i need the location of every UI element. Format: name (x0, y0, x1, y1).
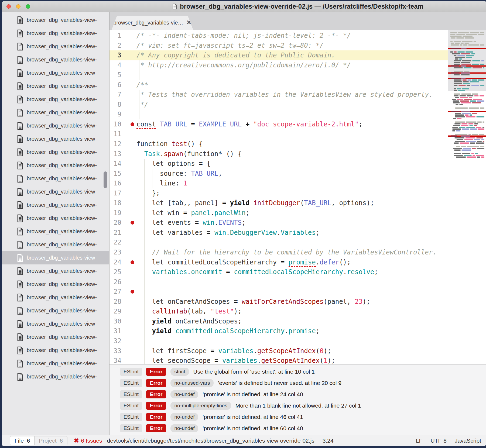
code-line[interactable]: 29 callInTab(tab, "test"); (109, 306, 448, 316)
line-number[interactable]: 8 (109, 100, 121, 110)
lint-issue-row[interactable]: ESLintErrorno-undef'promise' is not defi… (109, 423, 486, 434)
lint-issue-row[interactable]: ESLintErrorno-undef'promise' is not defi… (109, 389, 486, 400)
gutter[interactable] (121, 257, 136, 267)
code-line[interactable]: 10const TAB_URL = EXAMPLE_URL + "doc_sco… (109, 119, 448, 129)
gutter[interactable] (121, 159, 136, 169)
gutter[interactable] (121, 169, 136, 179)
lint-issue-row[interactable]: ESLintErrorstrictUse the global form of … (109, 366, 486, 377)
line-number[interactable]: 25 (109, 267, 121, 277)
gutter[interactable] (121, 90, 136, 100)
line-number[interactable]: 26 (109, 277, 121, 287)
sidebar-item-file[interactable]: browser_dbg_variables-view- (2, 317, 109, 330)
gutter[interactable] (121, 346, 136, 356)
line-number[interactable]: 16 (109, 178, 121, 188)
code-line[interactable]: 13 Task.spawn(function* () { (109, 149, 448, 159)
code-line[interactable]: 30 yield onCaretAndScopes; (109, 316, 448, 326)
gutter[interactable] (121, 60, 136, 70)
gutter[interactable] (121, 70, 136, 80)
line-number[interactable]: 4 (109, 60, 121, 70)
lint-issue-row[interactable]: ESLintErrorno-multiple-empty-linesMore t… (109, 400, 486, 411)
gutter[interactable] (121, 188, 136, 198)
code-line[interactable]: 33 let firstScope = variables.getScopeAt… (109, 346, 448, 356)
gutter[interactable] (121, 277, 136, 287)
gutter[interactable] (121, 41, 136, 51)
line-number[interactable]: 22 (109, 237, 121, 247)
line-number[interactable]: 29 (109, 306, 121, 316)
code-line[interactable]: 24 let committedLocalScopeHierarchy = pr… (109, 257, 448, 267)
code-line[interactable]: 28 let onCaretAndScopes = waitForCaretAn… (109, 297, 448, 307)
sidebar-item-file[interactable]: browser_dbg_variables-view- (2, 13, 109, 27)
line-number[interactable]: 2 (109, 41, 121, 51)
sidebar-item-file[interactable]: browser_dbg_variables-view- (2, 212, 109, 225)
line-number[interactable]: 18 (109, 198, 121, 208)
line-number[interactable]: 21 (109, 228, 121, 238)
gutter[interactable] (121, 237, 136, 247)
sidebar-item-file[interactable]: browser_dbg_variables-view- (2, 238, 109, 251)
sidebar-item-file[interactable]: browser_dbg_variables-view- (2, 146, 109, 159)
gutter[interactable] (121, 100, 136, 110)
line-number[interactable]: 12 (109, 139, 121, 149)
sidebar-item-file[interactable]: browser_dbg_variables-view- (2, 291, 109, 304)
code-line[interactable]: 31 yield committedLocalScopeHierarchy.pr… (109, 326, 448, 336)
gutter[interactable] (121, 306, 136, 316)
sidebar-item-file[interactable]: browser_dbg_variables-view- (2, 80, 109, 93)
encoding-indicator[interactable]: UTF-8 (430, 437, 447, 444)
sidebar-item-file[interactable]: browser_dbg_variables-view- (2, 40, 109, 53)
line-number[interactable]: 5 (109, 70, 121, 80)
code-line[interactable]: 15 source: TAB_URL, (109, 169, 448, 179)
gutter[interactable] (121, 267, 136, 277)
code-line[interactable]: 25 variables.oncommit = committedLocalSc… (109, 267, 448, 277)
gutter[interactable] (121, 31, 136, 41)
gutter[interactable] (121, 109, 136, 119)
sidebar-item-file[interactable]: browser_dbg_variables-view- (2, 185, 109, 198)
gutter[interactable] (121, 80, 136, 90)
file-path[interactable]: devtools/client/debugger/test/mochitest/… (107, 437, 314, 444)
zoom-window-button[interactable] (26, 4, 30, 9)
gutter[interactable] (121, 178, 136, 188)
line-number[interactable]: 19 (109, 208, 121, 218)
sidebar-item-file[interactable]: browser_dbg_variables-view- (2, 357, 109, 370)
lint-issue-row[interactable]: ESLintErrorno-undef'promise' is not defi… (109, 411, 486, 423)
sidebar-item-file[interactable]: browser_dbg_variables-view- (2, 370, 109, 383)
sidebar-item-file[interactable]: browser_dbg_variables-view- (2, 119, 109, 132)
gutter[interactable] (121, 208, 136, 218)
sidebar-item-file[interactable]: browser_dbg_variables-view- (2, 304, 109, 317)
titlebar[interactable]: browser_dbg_variables-view-override-02.j… (2, 1, 486, 12)
tab-close-icon[interactable]: ✕ (186, 19, 191, 26)
sidebar-item-file[interactable]: browser_dbg_variables-view- (2, 344, 109, 357)
line-number[interactable]: 27 (109, 287, 121, 297)
code-line[interactable]: 4 * http://creativecommons.org/publicdom… (109, 60, 448, 70)
gutter[interactable] (121, 316, 136, 326)
code-line[interactable]: 11 (109, 129, 448, 139)
project-scope-button[interactable]: Project 6 (35, 436, 67, 445)
line-number[interactable]: 32 (109, 336, 121, 346)
line-number[interactable]: 10 (109, 119, 121, 129)
code-line[interactable]: 16 line: 1 (109, 178, 448, 188)
line-number[interactable]: 1 (109, 31, 121, 41)
line-number[interactable]: 23 (109, 247, 121, 257)
gutter[interactable] (121, 149, 136, 159)
gutter[interactable] (121, 247, 136, 257)
gutter[interactable] (121, 228, 136, 238)
sidebar-item-file[interactable]: browser_dbg_variables-view- (2, 264, 109, 278)
code-line[interactable]: 26 (109, 277, 448, 287)
sidebar-item-file[interactable]: browser_dbg_variables-view- (2, 198, 109, 212)
line-number[interactable]: 20 (109, 218, 121, 228)
code-line[interactable]: 27 (109, 287, 448, 297)
minimize-window-button[interactable] (16, 4, 20, 9)
issues-indicator[interactable]: ✖ 6 Issues (74, 437, 102, 444)
sidebar-item-file[interactable]: browser_dbg_variables-view- (2, 172, 109, 185)
sidebar-item-file[interactable]: browser_dbg_variables-view- (2, 106, 109, 119)
line-number[interactable]: 9 (109, 109, 121, 119)
sidebar-item-file[interactable]: browser_dbg_variables-view- (2, 251, 109, 264)
gutter[interactable] (121, 50, 136, 60)
sidebar-item-file[interactable]: browser_dbg_variables-view- (2, 27, 109, 40)
code-line[interactable]: 23 // Wait for the hierarchy to be commi… (109, 247, 448, 257)
line-number[interactable]: 30 (109, 316, 121, 326)
close-window-button[interactable] (6, 4, 11, 9)
gutter[interactable] (121, 326, 136, 336)
gutter[interactable] (121, 218, 136, 228)
line-number[interactable]: 7 (109, 90, 121, 100)
gutter[interactable] (121, 356, 136, 364)
gutter[interactable] (121, 129, 136, 139)
